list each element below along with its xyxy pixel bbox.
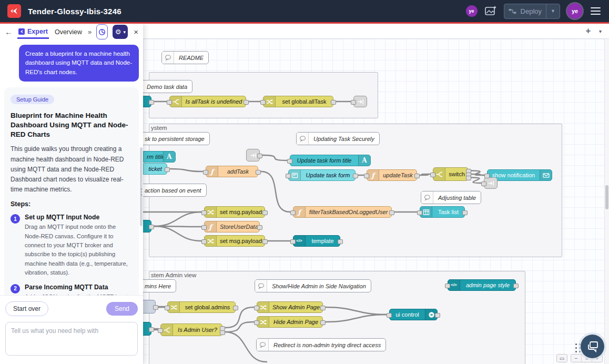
output-port[interactable] — [414, 174, 420, 178]
input-port[interactable] — [158, 328, 163, 333]
input-port[interactable] — [260, 100, 266, 105]
output-port[interactable] — [149, 225, 154, 229]
scrollbar-thumb[interactable] — [605, 185, 608, 209]
flow-node-addTask[interactable]: ƒaddTask — [206, 166, 258, 177]
output-port[interactable] — [262, 210, 268, 215]
comment-node[interactable]: Adjusting table — [421, 191, 481, 204]
output-port[interactable] — [513, 284, 519, 288]
comment-node[interactable]: sk to persistent storage — [143, 132, 210, 145]
flow-node-storeUser[interactable]: ƒStoreUserData — [204, 221, 260, 232]
input-port[interactable] — [201, 239, 207, 244]
input-port[interactable] — [165, 306, 170, 310]
start-over-button[interactable]: Start over — [5, 301, 48, 316]
zoom-out-button[interactable]: − — [571, 355, 582, 362]
output-port[interactable] — [262, 239, 268, 244]
output-port[interactable] — [149, 327, 154, 332]
tab-overview[interactable]: Overview — [54, 25, 83, 39]
help-input[interactable] — [5, 322, 138, 356]
close-icon[interactable]: × — [134, 27, 138, 36]
flow-node-setAllTask[interactable]: set global.allTask — [263, 96, 333, 107]
output-port[interactable] — [257, 154, 262, 158]
flow-node-updForm[interactable]: Update task form — [288, 169, 356, 181]
comment-node[interactable]: mins Here — [143, 279, 176, 292]
back-arrow-icon[interactable]: ← — [5, 27, 13, 36]
minimap-button[interactable]: ▭ — [557, 355, 567, 362]
input-port[interactable] — [430, 173, 435, 177]
flow-node-switch[interactable]: switch — [433, 167, 469, 181]
output-port[interactable] — [331, 100, 336, 105]
output-port[interactable] — [353, 174, 358, 178]
input-port[interactable] — [481, 181, 486, 186]
comment-node[interactable]: Show/Hide Admin in Side Navigation — [255, 279, 371, 292]
flow-node-ticket[interactable]: ticket — [143, 163, 167, 175]
output-port[interactable] — [256, 170, 261, 175]
input-port[interactable] — [167, 100, 172, 105]
flow-node-linkA[interactable] — [246, 149, 260, 161]
deploy-caret-icon[interactable]: ▼ — [551, 8, 555, 14]
flow-node-isAllTask[interactable]: Is allTask is undefined — [169, 96, 246, 107]
flow-node-updTitle[interactable]: Update task form titleA — [290, 155, 371, 166]
flow-canvas[interactable]: ystemstem Admin viewREADMEDemo task data… — [143, 39, 609, 364]
comment-node[interactable]: README — [161, 51, 209, 64]
presence-avatar[interactable]: ye — [466, 5, 478, 17]
ai-image-icon[interactable] — [484, 5, 497, 17]
flow-node-sliver3[interactable] — [143, 322, 151, 336]
menu-icon[interactable] — [590, 5, 602, 17]
usage-pie-button[interactable] — [96, 24, 108, 39]
comment-node[interactable]: Demo task data — [143, 80, 192, 93]
flowfuse-logo-icon[interactable] — [7, 4, 21, 18]
comment-node[interactable]: Updating Task Securely — [296, 132, 380, 145]
input-port[interactable] — [254, 306, 259, 310]
chat-fab[interactable] — [581, 335, 604, 358]
output-port[interactable] — [466, 176, 471, 180]
flow-node-demoSrc[interactable] — [143, 96, 151, 107]
flow-node-inject3[interactable] — [143, 300, 156, 314]
output-port[interactable] — [149, 100, 154, 105]
input-port[interactable] — [445, 284, 450, 288]
expand-chevrons-icon[interactable]: » — [88, 28, 92, 36]
input-port[interactable] — [286, 174, 291, 178]
input-port[interactable] — [254, 320, 259, 325]
input-port[interactable] — [201, 210, 207, 215]
flow-list-caret-icon[interactable]: ▾ — [599, 28, 602, 34]
input-port[interactable] — [351, 100, 356, 105]
output-port[interactable] — [320, 306, 326, 310]
output-port[interactable] — [220, 330, 225, 335]
comment-node[interactable]: action based on event — [143, 184, 207, 197]
flow-node-setAdmins[interactable]: set global.admins — [167, 301, 236, 313]
panel-scrollbar-thumb[interactable] — [140, 147, 143, 226]
input-port[interactable] — [417, 210, 422, 215]
settings-button[interactable]: ⚙ ▾ — [113, 25, 128, 39]
add-flow-button[interactable]: + — [586, 26, 591, 36]
input-port[interactable] — [201, 225, 207, 230]
input-port[interactable] — [290, 239, 296, 244]
input-port[interactable] — [287, 159, 292, 164]
input-port[interactable] — [387, 313, 392, 318]
flow-node-linkOut1[interactable] — [353, 96, 367, 107]
tab-expert[interactable]: Expert — [17, 25, 49, 39]
user-avatar[interactable]: ye — [567, 3, 583, 19]
flow-node-showAdmin[interactable]: Show Admin Page — [257, 301, 323, 313]
input-port[interactable] — [484, 174, 490, 178]
output-port[interactable] — [389, 210, 394, 215]
flow-node-filter[interactable]: ƒfilterTaskBasedOnLoggedUser — [293, 206, 392, 218]
flow-node-sliver2[interactable] — [143, 220, 151, 232]
flow-node-set2[interactable]: set msg.payload — [204, 235, 265, 247]
input-port[interactable] — [364, 174, 369, 178]
flow-node-template[interactable]: </>template — [293, 235, 340, 247]
output-port[interactable] — [338, 239, 343, 244]
flow-node-taskList[interactable]: Task list — [420, 206, 465, 218]
canvas-vertical-scrollbar[interactable] — [604, 39, 609, 364]
output-port[interactable] — [462, 210, 468, 215]
flow-node-isAdmin[interactable]: Is Admin User? — [160, 323, 222, 336]
flow-node-uiControl[interactable]: ui control — [389, 309, 438, 320]
input-port[interactable] — [203, 170, 208, 175]
comment-node[interactable]: Redirect is non-admin trying direct acce… — [256, 338, 386, 351]
input-port[interactable] — [290, 210, 296, 215]
output-port[interactable] — [165, 167, 170, 172]
output-port[interactable] — [435, 313, 440, 318]
output-port[interactable] — [257, 225, 262, 230]
output-port[interactable] — [153, 305, 158, 310]
drag-handle-icon[interactable] — [575, 343, 581, 352]
flow-node-updateTask[interactable]: ƒupdateTask — [367, 169, 417, 181]
